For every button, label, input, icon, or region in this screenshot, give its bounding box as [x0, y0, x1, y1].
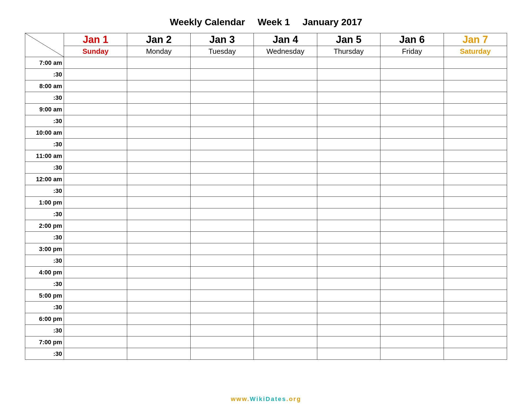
calendar-cell	[64, 243, 127, 255]
calendar-cell	[190, 197, 254, 208]
calendar-cell	[317, 243, 380, 255]
time-label: :30	[25, 92, 64, 104]
time-slot-row: :30	[25, 185, 507, 197]
time-slot-row: :30	[25, 278, 507, 290]
time-slot-row: 6:00 pm	[25, 313, 507, 325]
time-label: :30	[25, 208, 64, 220]
calendar-cell	[127, 162, 190, 173]
calendar-cell	[64, 208, 127, 220]
calendar-cell	[254, 267, 317, 278]
time-slot-row: 3:00 pm	[25, 243, 507, 255]
calendar-cell	[444, 290, 507, 302]
calendar-cell	[64, 336, 127, 348]
calendar-cell	[317, 290, 380, 302]
calendar-cell	[254, 92, 317, 104]
calendar-cell	[380, 313, 444, 325]
calendar-cell	[64, 115, 127, 127]
footer-domain: WikiDates	[250, 395, 287, 402]
time-label: 6:00 pm	[25, 313, 64, 325]
calendar-cell	[127, 185, 190, 197]
calendar-cell	[190, 162, 254, 173]
calendar-cell	[127, 255, 190, 267]
time-label: 7:00 pm	[25, 336, 64, 348]
calendar-cell	[317, 302, 380, 313]
calendar-cell	[190, 104, 254, 115]
time-slot-row: 8:00 am	[25, 80, 507, 92]
calendar-cell	[127, 278, 190, 290]
time-label: 7:00 am	[25, 57, 64, 69]
calendar-cell	[64, 139, 127, 150]
calendar-cell	[64, 69, 127, 80]
calendar-cell	[380, 220, 444, 232]
calendar-cell	[64, 150, 127, 162]
title-label: Weekly Calendar	[170, 17, 245, 27]
calendar-cell	[380, 162, 444, 173]
column-day: Tuesday	[190, 46, 254, 57]
calendar-cell	[127, 127, 190, 139]
calendar-header: Jan 1Jan 2Jan 3Jan 4Jan 5Jan 6Jan 7 Sund…	[25, 33, 507, 57]
calendar-cell	[444, 243, 507, 255]
calendar-cell	[254, 57, 317, 69]
calendar-cell	[190, 220, 254, 232]
time-label: 8:00 am	[25, 80, 64, 92]
calendar-cell	[444, 197, 507, 208]
calendar-cell	[190, 150, 254, 162]
calendar-cell	[64, 267, 127, 278]
calendar-cell	[380, 232, 444, 243]
calendar-cell	[254, 115, 317, 127]
calendar-cell	[64, 278, 127, 290]
footer-prefix: www.	[231, 395, 250, 402]
calendar-cell	[64, 302, 127, 313]
calendar-cell	[127, 92, 190, 104]
calendar-cell	[317, 150, 380, 162]
calendar-cell	[444, 162, 507, 173]
column-date: Jan 6	[380, 33, 444, 46]
calendar-cell	[317, 92, 380, 104]
calendar-cell	[317, 336, 380, 348]
time-slot-row: :30	[25, 255, 507, 267]
calendar-cell	[190, 92, 254, 104]
calendar-cell	[444, 185, 507, 197]
time-label: :30	[25, 139, 64, 150]
time-slot-row: 7:00 pm	[25, 336, 507, 348]
time-slot-row: 10:00 am	[25, 127, 507, 139]
calendar-cell	[127, 57, 190, 69]
calendar-cell	[380, 185, 444, 197]
time-slot-row: :30	[25, 115, 507, 127]
calendar-cell	[127, 325, 190, 336]
calendar-cell	[444, 220, 507, 232]
calendar-cell	[444, 173, 507, 185]
time-slot-row: :30	[25, 208, 507, 220]
column-date: Jan 4	[254, 33, 317, 46]
calendar-cell	[127, 243, 190, 255]
time-slot-row: 11:00 am	[25, 150, 507, 162]
time-slot-row: :30	[25, 325, 507, 336]
time-slot-row: :30	[25, 69, 507, 80]
calendar-cell	[127, 267, 190, 278]
time-slot-row: 9:00 am	[25, 104, 507, 115]
calendar-cell	[317, 173, 380, 185]
calendar-cell	[380, 139, 444, 150]
time-label: 12:00 am	[25, 173, 64, 185]
calendar-cell	[254, 139, 317, 150]
calendar-cell	[380, 336, 444, 348]
calendar-cell	[190, 267, 254, 278]
calendar-cell	[380, 115, 444, 127]
footer-suffix: .org	[287, 395, 301, 402]
time-label: :30	[25, 115, 64, 127]
time-slot-row: :30	[25, 348, 507, 360]
calendar-cell	[380, 325, 444, 336]
calendar-cell	[444, 325, 507, 336]
header-corner-cell	[25, 33, 64, 57]
calendar-cell	[64, 92, 127, 104]
calendar-cell	[64, 325, 127, 336]
calendar-cell	[64, 57, 127, 69]
calendar-cell	[64, 255, 127, 267]
calendar-cell	[444, 92, 507, 104]
calendar-cell	[317, 313, 380, 325]
title-month: January 2017	[303, 17, 362, 27]
calendar-cell	[254, 336, 317, 348]
time-label: 10:00 am	[25, 127, 64, 139]
column-date: Jan 3	[190, 33, 254, 46]
calendar-cell	[317, 69, 380, 80]
